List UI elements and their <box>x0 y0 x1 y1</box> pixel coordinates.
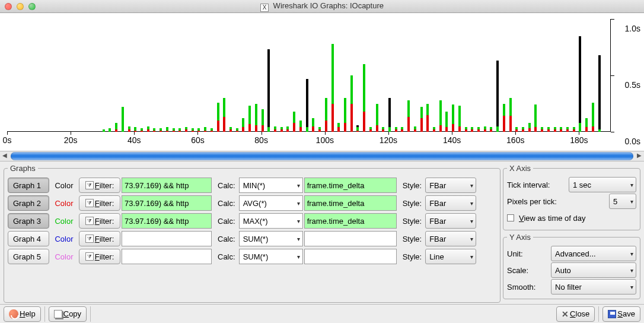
filter-button-4[interactable]: ⧩Filter: <box>79 231 120 246</box>
calc-combo-2[interactable]: AVG(*) <box>239 195 303 211</box>
filter-input-2[interactable] <box>122 195 212 211</box>
view-as-tod-checkbox[interactable] <box>507 214 514 221</box>
calc-combo-1[interactable]: MIN(*) <box>239 178 303 193</box>
x-tick-label: 0s <box>3 135 12 145</box>
graph-toggle-3[interactable]: Graph 3 <box>8 213 49 229</box>
filter-input-1[interactable] <box>122 178 212 193</box>
calc-label-1: Calc: <box>213 181 238 190</box>
field-input-4[interactable] <box>304 231 397 246</box>
pixels-per-tick-combo[interactable]: 5 <box>609 194 636 209</box>
help-icon <box>9 309 18 319</box>
style-combo-2[interactable]: FBar <box>425 195 476 211</box>
scroll-thumb[interactable] <box>11 152 633 160</box>
calc-combo-5[interactable]: SUM(*) <box>239 249 303 264</box>
graph-row-3: Graph 3Color⧩Filter:Calc:MAX(*)Style:FBa… <box>8 212 496 230</box>
window-title: Wireshark IO Graphs: IOcapture <box>273 1 384 10</box>
graph-row-4: Graph 4Color⧩Filter:Calc:SUM(*)Style:FBa… <box>8 230 496 248</box>
scroll-left-arrow[interactable]: ◀ <box>0 151 9 161</box>
calc-label-3: Calc: <box>213 217 238 226</box>
filter-icon: ⧩ <box>85 217 94 225</box>
filter-button-2[interactable]: ⧩Filter: <box>79 195 120 211</box>
graph-color-label-5: Color <box>50 252 78 261</box>
filter-input-5[interactable] <box>122 249 212 264</box>
style-label-1: Style: <box>398 181 425 190</box>
x-tick-label: 60s <box>191 135 205 145</box>
filter-input-4[interactable] <box>122 231 212 246</box>
x-tick-label: 80s <box>254 135 268 145</box>
help-button[interactable]: Help <box>4 306 41 322</box>
field-input-5[interactable] <box>304 249 397 264</box>
graph-color-label-3: Color <box>50 217 78 226</box>
graph-toggle-4[interactable]: Graph 4 <box>8 231 49 246</box>
graph-toggle-5[interactable]: Graph 5 <box>8 249 49 264</box>
y-tick-label: 0.0s <box>625 137 640 146</box>
style-label-2: Style: <box>398 199 425 208</box>
bottom-toolbar: Help Copy ✕ Close Save <box>0 304 644 323</box>
yaxis-legend: Y Axis <box>507 233 533 242</box>
style-label-5: Style: <box>398 252 425 261</box>
style-combo-5[interactable]: Line <box>425 249 476 264</box>
filter-icon: ⧩ <box>85 252 94 261</box>
filter-icon: ⧩ <box>85 181 94 189</box>
save-button[interactable]: Save <box>602 306 640 322</box>
x-tick-label: 140s <box>443 135 461 145</box>
filter-button-1[interactable]: ⧩Filter: <box>79 178 120 193</box>
save-icon <box>608 310 616 318</box>
y-tick-label: 0.5s <box>625 80 640 90</box>
x-tick-label: 40s <box>127 135 141 145</box>
close-icon: ✕ <box>562 309 569 319</box>
graph-toggle-1[interactable]: Graph 1 <box>8 178 49 193</box>
smooth-label: Smooth: <box>507 283 549 292</box>
x-tick-label: 20s <box>64 135 78 145</box>
filter-button-3[interactable]: ⧩Filter: <box>79 213 120 229</box>
filter-button-5[interactable]: ⧩Filter: <box>79 249 120 264</box>
close-button[interactable]: ✕ Close <box>556 306 595 322</box>
xaxis-groupbox: X Axis Tick interval: 1 sec Pixels per t… <box>503 164 640 230</box>
field-input-3[interactable] <box>304 213 397 229</box>
io-graph-chart[interactable]: 0s20s40s60s80s100s120s140s160s180s0.0s0.… <box>0 13 644 151</box>
app-x-icon: X <box>260 4 269 12</box>
tick-interval-combo[interactable]: 1 sec <box>569 177 636 192</box>
filter-icon: ⧩ <box>85 199 94 207</box>
graphs-groupbox: Graphs Graph 1Color⧩Filter:Calc:MIN(*)St… <box>4 164 500 303</box>
style-label-3: Style: <box>398 217 425 226</box>
graph-color-label-2: Color <box>50 199 78 208</box>
x-tick-label: 120s <box>380 135 397 145</box>
style-combo-4[interactable]: FBar <box>425 231 476 246</box>
field-input-1[interactable] <box>304 178 397 193</box>
calc-combo-4[interactable]: SUM(*) <box>239 231 303 246</box>
chart-hscrollbar[interactable]: ◀ ▶ <box>0 151 644 162</box>
yaxis-groupbox: Y Axis Unit: Advanced... Scale: Auto Smo… <box>503 233 640 299</box>
calc-label-5: Calc: <box>213 252 238 261</box>
copy-icon <box>54 310 62 318</box>
graph-color-label-4: Color <box>50 235 78 243</box>
graph-row-2: Graph 2Color⧩Filter:Calc:AVG(*)Style:FBa… <box>8 194 496 212</box>
filter-input-3[interactable] <box>122 213 212 229</box>
copy-button[interactable]: Copy <box>49 306 87 322</box>
y-tick-label: 1.0s <box>625 24 640 33</box>
scroll-right-arrow[interactable]: ▶ <box>635 151 644 161</box>
field-input-2[interactable] <box>304 195 397 211</box>
window-zoom-button[interactable] <box>28 3 36 10</box>
graph-row-1: Graph 1Color⧩Filter:Calc:MIN(*)Style:FBa… <box>8 176 496 194</box>
style-combo-1[interactable]: FBar <box>425 178 476 193</box>
window-close-button[interactable] <box>5 3 12 10</box>
style-label-4: Style: <box>398 235 425 243</box>
graph-toggle-2[interactable]: Graph 2 <box>8 195 49 211</box>
filter-icon: ⧩ <box>85 235 94 243</box>
x-tick-label: 180s <box>570 135 588 145</box>
unit-combo[interactable]: Advanced... <box>551 246 636 261</box>
x-tick-label: 100s <box>316 135 334 145</box>
pixels-per-tick-label: Pixels per tick: <box>507 197 566 206</box>
tick-interval-label: Tick interval: <box>507 180 566 189</box>
style-combo-3[interactable]: FBar <box>425 213 476 229</box>
titlebar: X Wireshark IO Graphs: IOcapture <box>0 0 644 13</box>
unit-label: Unit: <box>507 249 549 258</box>
x-tick-label: 160s <box>506 135 524 145</box>
calc-label-2: Calc: <box>213 199 238 208</box>
smooth-combo[interactable]: No filter <box>551 279 636 294</box>
calc-combo-3[interactable]: MAX(*) <box>239 213 303 229</box>
scale-combo[interactable]: Auto <box>551 262 636 278</box>
window-minimize-button[interactable] <box>17 3 24 10</box>
xaxis-legend: X Axis <box>507 164 533 173</box>
